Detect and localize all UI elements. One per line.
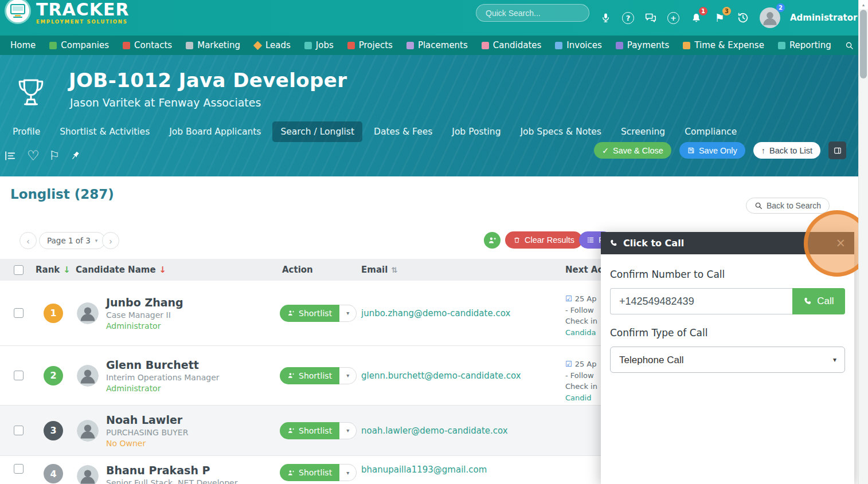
row-checkbox[interactable] [14,371,24,380]
call-type-select[interactable]: Telephone Call [610,347,845,373]
tab-profile[interactable]: Profile [5,121,48,142]
app-logo[interactable]: TRACKER EMPLOYMENT SOLUTIONS [5,0,130,25]
collapse-panel-icon[interactable] [3,149,17,162]
rank-badge: 1 [44,304,63,323]
row-checkbox[interactable] [14,426,24,435]
history-icon[interactable] [736,11,750,25]
nav-reporting[interactable]: Reporting [771,36,838,55]
flag-outline-icon[interactable]: ⚐ [49,150,60,162]
nav-invoices[interactable]: Invoices [548,36,608,55]
scroll-up-arrow[interactable]: ▴ [859,0,868,9]
favorite-heart-icon[interactable]: ♡ [27,149,40,163]
tab-shortlist-activities[interactable]: Shortlist & Activities [52,121,158,142]
col-rank[interactable]: Rank↓ [36,265,71,275]
save-and-close-button[interactable]: ✓ Save & Close [594,142,671,159]
tab-job-posting[interactable]: Job Posting [444,121,509,142]
shortlist-dropdown-button[interactable]: ▾ [339,422,357,439]
help-icon[interactable]: ? [622,12,634,24]
candidate-name-link[interactable]: Junbo Zhang [106,296,183,309]
placements-icon [406,42,414,49]
prev-page-button[interactable]: ‹ [19,232,37,249]
row-checkbox[interactable] [14,308,24,318]
tab-compliance[interactable]: Compliance [677,121,745,142]
chat-icon[interactable] [644,11,658,25]
candidate-owner-link[interactable]: Administrator [106,321,183,330]
tab-search-longlist[interactable]: Search / Longlist [272,121,362,142]
nav-leads[interactable]: Leads [247,36,298,55]
microphone-icon[interactable] [599,11,612,25]
close-icon[interactable]: × [835,237,846,249]
shortlist-button[interactable]: Shortlist ▾ [280,367,357,384]
candidate-info: Junbo Zhang Case Manager II Administrato… [106,296,183,330]
trash-icon [513,236,521,244]
candidate-email-link[interactable]: noah.lawler@demo-candidate.cox [361,426,508,436]
row-checkbox[interactable] [14,464,24,474]
back-to-search-button[interactable]: Back to Search [746,198,830,214]
select-all-checkbox[interactable] [14,265,24,275]
shortlist-dropdown-button[interactable]: ▾ [339,305,357,322]
col-email[interactable]: Email⇅ [357,265,561,275]
nav-marketing[interactable]: Marketing [179,36,247,55]
shortlist-button[interactable]: Shortlist ▾ [280,305,357,322]
bulk-shortlist-button[interactable] [484,232,501,249]
col-candidate-name[interactable]: Candidate Name↓ [71,265,277,275]
scrollbar-thumb[interactable] [860,10,867,78]
payments-icon [616,42,623,49]
pin-icon[interactable] [69,149,81,162]
shortlist-button[interactable]: Shortlist ▾ [280,464,357,481]
nav-jobs[interactable]: Jobs [298,36,341,55]
quick-search-input[interactable] [476,4,589,22]
next-page-button[interactable]: › [102,232,119,249]
save-only-button[interactable]: Save Only [679,142,745,159]
nav-payments[interactable]: Payments [609,36,676,55]
scrollbar[interactable]: ▴ [858,0,868,484]
companies-icon [49,42,57,49]
nav-projects[interactable]: Projects [341,36,400,55]
flags-badge: 3 [722,7,731,15]
modal-title: Click to Call [623,238,684,249]
nav-placements[interactable]: Placements [400,36,475,55]
shortlist-dropdown-button[interactable]: ▾ [339,367,357,384]
logo-subtitle: EMPLOYMENT SOLUTIONS [36,19,130,25]
candidate-info: Glenn Burchett Interim Operations Manage… [106,359,220,393]
candidate-email-link[interactable]: junbo.zhang@demo-candidate.cox [361,308,510,318]
tab-screening[interactable]: Screening [613,121,673,142]
tab-dates-fees[interactable]: Dates & Fees [366,121,440,142]
nav-home[interactable]: Home [3,36,42,55]
person-icon [287,469,295,477]
user-avatar[interactable]: 2 [760,7,780,28]
candidate-name-link[interactable]: Glenn Burchett [106,359,220,371]
phone-number-input[interactable] [610,288,792,314]
person-icon [287,372,295,379]
task-check-icon: ☑ [565,360,572,368]
candidate-owner-link[interactable]: Administrator [106,384,220,393]
clear-results-button[interactable]: Clear Results [505,231,582,249]
candidate-email-link[interactable]: glenn.burchett@demo-candidate.cox [361,371,521,381]
tab-job-specs-notes[interactable]: Job Specs & Notes [513,121,609,142]
page-selector[interactable]: Page 1 of 3 ▾ [39,232,105,249]
avatar-badge: 2 [776,3,785,12]
longlist-title: Longlist (287) [10,187,114,202]
candidate-name-link[interactable]: Noah Lawler [106,414,188,426]
user-menu[interactable]: Administrator ▾ [790,13,864,23]
number-input-group: Call [610,288,845,314]
candidate-email-link[interactable]: bhanupailla1193@gmail.com [361,465,487,475]
nav-contacts[interactable]: Contacts [116,36,179,55]
flags-icon[interactable]: ⚑ 3 [713,11,726,25]
nav-companies[interactable]: Companies [42,36,116,55]
nav-time-expense[interactable]: Time & Expense [676,36,771,55]
candidate-name-link[interactable]: Bhanu Prakash P [106,464,237,477]
back-to-list-button[interactable]: ↑ Back to List [753,142,820,159]
logo-text: TRACKER EMPLOYMENT SOLUTIONS [36,0,130,25]
chevron-down-icon: ▾ [95,238,98,243]
tab-job-board-applicants[interactable]: Job Board Applicants [161,121,269,142]
shortlist-button[interactable]: Shortlist ▾ [280,422,357,439]
add-icon[interactable]: + [667,12,679,24]
call-button[interactable]: Call [792,288,845,314]
candidate-owner-link[interactable]: No Owner [106,439,188,448]
notifications-bell-icon[interactable]: 1 [689,11,703,25]
toggle-panel-button[interactable] [828,141,846,159]
nav-candidates[interactable]: Candidates [475,36,549,55]
shortlist-dropdown-button[interactable]: ▾ [339,464,357,481]
candidate-avatar [77,465,99,484]
